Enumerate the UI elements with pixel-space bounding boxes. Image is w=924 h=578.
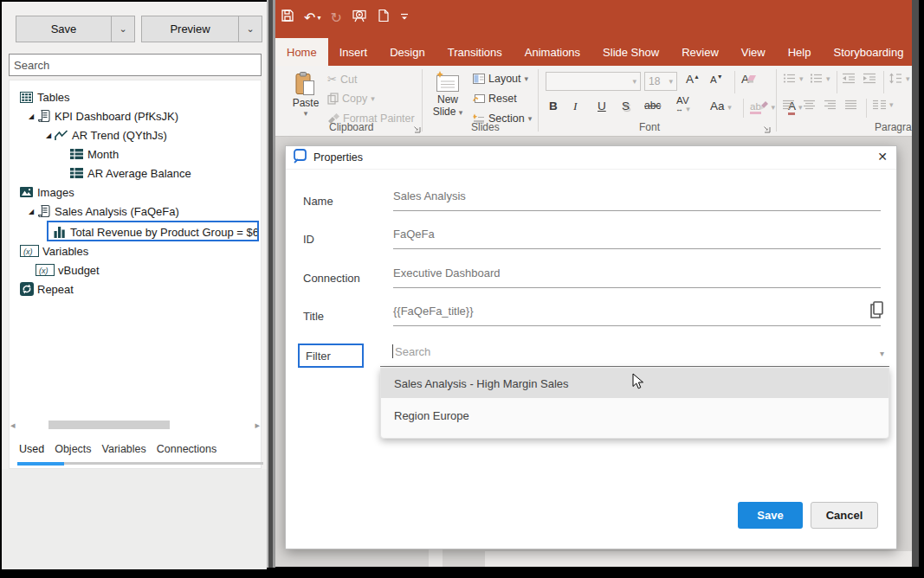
ribbon-tab-help[interactable]: Help bbox=[777, 38, 823, 66]
justify-button bbox=[845, 100, 857, 110]
caret-down-icon: ▾ bbox=[371, 94, 375, 103]
ribbon-tab-view[interactable]: View bbox=[730, 38, 777, 66]
caret-down-icon[interactable]: ▾ bbox=[317, 14, 320, 22]
text-shadow-button[interactable]: S bbox=[622, 100, 630, 112]
new-document-icon[interactable] bbox=[377, 9, 390, 26]
filter-search-field[interactable]: ▾ bbox=[380, 340, 889, 367]
filter-search-input[interactable] bbox=[393, 344, 861, 359]
scroll-right-icon[interactable]: ▸ bbox=[255, 420, 260, 430]
ribbon-tab-design[interactable]: Design bbox=[378, 38, 436, 66]
preview-split-button[interactable]: Preview ⌄ bbox=[141, 16, 262, 42]
italic-button[interactable]: I bbox=[573, 100, 578, 113]
scrollbar-thumb[interactable] bbox=[48, 421, 170, 429]
caret-down-icon: ▾ bbox=[304, 109, 308, 118]
expander-icon[interactable]: ◢ bbox=[42, 132, 55, 139]
tab-objects[interactable]: Objects bbox=[55, 443, 91, 462]
ribbon-content: Paste ▾ ✂ Cut Copy ▾ Format Painter Clip… bbox=[275, 66, 912, 137]
dropdown-arrow-icon[interactable]: ▾ bbox=[880, 349, 884, 358]
decrease-font-size-button[interactable]: A▼ bbox=[710, 73, 723, 86]
dialog-cancel-button[interactable]: Cancel bbox=[811, 502, 878, 529]
panel-footer bbox=[2, 469, 267, 569]
underline-button[interactable]: U bbox=[598, 100, 606, 112]
numbering-button: ▾ bbox=[810, 73, 830, 84]
tree-item-total-revenue[interactable]: Total Revenue by Product Group = $6 bbox=[10, 222, 261, 241]
font-size-combo: 18 ▾ bbox=[644, 72, 677, 91]
tree-item-month[interactable]: Month bbox=[10, 144, 261, 164]
quick-access-toolbar: ↶ ▾ ↻ bbox=[281, 6, 410, 29]
align-left-button bbox=[783, 100, 795, 110]
dialog-save-button[interactable]: Save bbox=[738, 502, 803, 529]
preview-button-label[interactable]: Preview bbox=[142, 16, 238, 42]
panel-search-input[interactable] bbox=[9, 54, 262, 76]
save-file-icon[interactable] bbox=[281, 9, 294, 26]
font-dialog-launcher-icon[interactable] bbox=[762, 121, 771, 137]
caret-down-icon: ▾ bbox=[799, 74, 804, 83]
new-slide-label-2: Slide bbox=[433, 106, 456, 118]
field-value-connection[interactable]: Executive Dashboard bbox=[393, 267, 881, 288]
start-slideshow-icon[interactable] bbox=[352, 9, 367, 27]
ribbon-tab-slideshow[interactable]: Slide Show bbox=[591, 38, 670, 66]
tree-item-ar-trend[interactable]: ◢ AR Trend (QYthJs) bbox=[10, 125, 261, 144]
ribbon-tab-insert[interactable]: Insert bbox=[328, 38, 379, 66]
tree-item-variables[interactable]: (x) Variables bbox=[10, 241, 261, 260]
tree-item-images[interactable]: Images bbox=[10, 183, 261, 202]
tree-item-repeat[interactable]: Repeat bbox=[10, 279, 261, 299]
field-value-title[interactable]: {{FaQeFa_title}} bbox=[393, 305, 881, 326]
chevron-down-icon: ⌄ bbox=[119, 23, 126, 35]
tree-item-sales-analysis[interactable]: ◢ Sales Analysis (FaQeFa) bbox=[10, 202, 261, 221]
field-value-id[interactable]: FaQeFa bbox=[393, 228, 881, 249]
filter-option-high-margin-sales[interactable]: Sales Analysis - High Margin Sales bbox=[381, 369, 888, 398]
clipboard-dialog-launcher-icon[interactable] bbox=[412, 121, 421, 137]
customize-qat-icon[interactable] bbox=[399, 10, 410, 25]
new-slide-button[interactable]: New Slide ▾ bbox=[428, 71, 468, 118]
tab-variables[interactable]: Variables bbox=[102, 443, 146, 462]
align-center-button bbox=[804, 100, 816, 110]
increase-font-size-button[interactable]: A▲ bbox=[686, 73, 700, 86]
ribbon-tab-home[interactable]: Home bbox=[275, 38, 328, 66]
change-case-button[interactable]: Aa ▾ bbox=[710, 100, 732, 112]
grow-font-glyph: A bbox=[686, 73, 694, 86]
cut-label: Cut bbox=[340, 74, 357, 86]
redo-glyph: ↻ bbox=[330, 10, 341, 25]
tree-item-ar-average-balance[interactable]: AR Average Balance bbox=[10, 164, 261, 183]
filter-option-region-europe[interactable]: Region Europe bbox=[381, 398, 888, 434]
caret-down-icon: ▾ bbox=[528, 114, 533, 123]
paste-button[interactable]: Paste ▾ bbox=[288, 71, 324, 118]
close-icon[interactable]: ✕ bbox=[877, 150, 888, 164]
caret-down-icon: ▾ bbox=[798, 103, 803, 112]
ribbon-tab-transitions[interactable]: Transitions bbox=[436, 38, 514, 66]
tree-item-label: Repeat bbox=[37, 283, 74, 296]
reset-button[interactable]: Reset bbox=[473, 93, 517, 105]
scroll-left-icon[interactable]: ◂ bbox=[10, 420, 16, 430]
tree-item-kpi-dashboard[interactable]: ◢ KPI Dashboard (PfKsJK) bbox=[10, 106, 261, 125]
undo-icon[interactable]: ↶ ▾ bbox=[304, 10, 320, 26]
strikethrough-button[interactable]: abc bbox=[644, 100, 661, 112]
clipboard-group-label: Clipboard bbox=[329, 121, 373, 133]
save-split-button[interactable]: Save ⌄ bbox=[16, 16, 135, 42]
tab-connections[interactable]: Connections bbox=[157, 443, 217, 462]
bold-button[interactable]: B bbox=[549, 100, 558, 112]
line-chart-icon bbox=[55, 130, 72, 141]
preview-dropdown[interactable]: ⌄ bbox=[238, 16, 262, 42]
save-button-label[interactable]: Save bbox=[16, 16, 111, 42]
tab-used[interactable]: Used bbox=[19, 443, 44, 462]
ribbon-tab-review[interactable]: Review bbox=[670, 38, 730, 66]
save-dropdown[interactable]: ⌄ bbox=[111, 16, 134, 42]
tree-item-vbudget[interactable]: (x) vBudget bbox=[10, 260, 261, 279]
tree-horizontal-scrollbar[interactable]: ◂ ▸ bbox=[9, 419, 262, 431]
ribbon-tab-animations[interactable]: Animations bbox=[514, 38, 591, 66]
align-right-button bbox=[824, 100, 837, 110]
expander-icon[interactable]: ◢ bbox=[25, 112, 37, 120]
tree-item-label: Images bbox=[37, 186, 74, 199]
ribbon-tab-storyboarding[interactable]: Storyboarding bbox=[822, 38, 912, 66]
clear-formatting-button[interactable]: A bbox=[741, 73, 756, 86]
tree-item-tables[interactable]: Tables bbox=[10, 87, 261, 106]
expander-icon[interactable]: ◢ bbox=[25, 208, 37, 215]
field-value-name[interactable]: Sales Analysis bbox=[393, 189, 881, 211]
copy-title-icon[interactable] bbox=[868, 300, 885, 323]
character-spacing-button[interactable]: AV ↔ ▾ bbox=[675, 97, 690, 113]
ribbon-tab-bar: Home Insert Design Transitions Animation… bbox=[275, 38, 912, 66]
layout-button[interactable]: Layout ▾ bbox=[473, 73, 528, 85]
tree-item-label: Variables bbox=[42, 245, 88, 258]
caret-down-icon: ▾ bbox=[772, 103, 776, 112]
